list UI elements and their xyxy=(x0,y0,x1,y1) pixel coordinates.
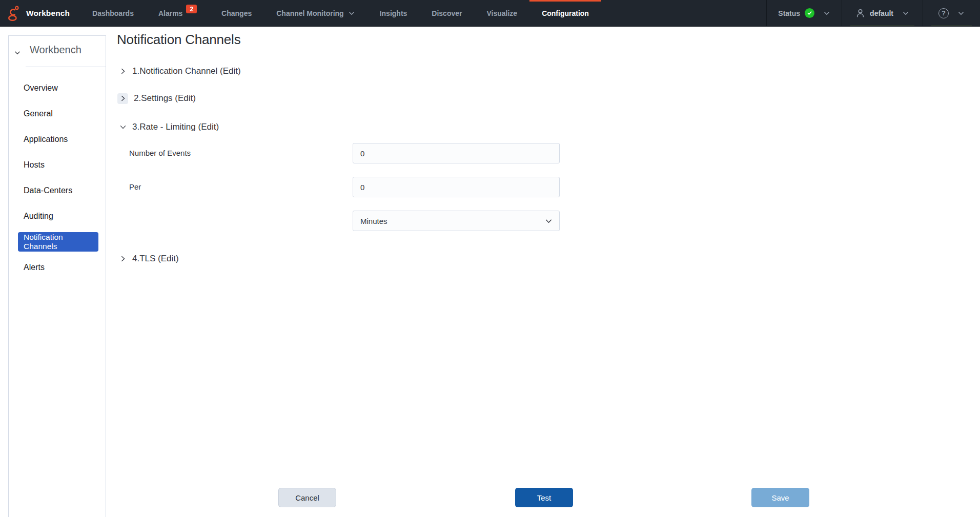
number-of-events-input[interactable] xyxy=(353,143,560,163)
sidebar-nav: Overview General Applications Hosts Data… xyxy=(9,75,106,280)
workbench-logo-icon xyxy=(7,4,21,22)
sidebar-panel: Workbench Overview General Applications … xyxy=(8,35,106,517)
status-label: Status xyxy=(778,9,800,17)
chevron-down-icon xyxy=(545,217,553,225)
selected-item-highlight: Notification Channels xyxy=(18,232,98,252)
sidebar-item-data-centers[interactable]: Data-Centers xyxy=(9,178,106,203)
help-icon: ? xyxy=(938,8,949,18)
chevron-down-icon xyxy=(902,10,909,17)
accordion-settings[interactable]: 2.Settings (Edit) xyxy=(119,92,196,105)
nav-item-discover[interactable]: Discover xyxy=(419,0,474,26)
sidebar-item-applications[interactable]: Applications xyxy=(9,127,106,152)
user-menu[interactable]: default xyxy=(842,0,923,26)
top-navbar: Workbench Dashboards Alarms 2 Changes Ch… xyxy=(0,0,980,27)
sidebar-item-overview[interactable]: Overview xyxy=(9,75,106,101)
sidebar-item-general[interactable]: General xyxy=(9,101,106,127)
accordion-rate-limiting[interactable]: 3.Rate - Limiting (Edit) xyxy=(119,121,219,133)
nav-item-dashboards[interactable]: Dashboards xyxy=(80,0,146,26)
brand-name: Workbench xyxy=(26,9,70,18)
nav-item-channel-monitoring[interactable]: Channel Monitoring xyxy=(264,0,367,26)
accordion-tls[interactable]: 4.TLS (Edit) xyxy=(119,253,179,265)
user-icon xyxy=(855,8,865,18)
alarms-count-badge: 2 xyxy=(186,5,197,13)
sidebar-header: Workbench xyxy=(9,36,106,67)
test-button[interactable]: Test xyxy=(515,488,573,507)
number-of-events-label: Number of Events xyxy=(129,149,191,157)
status-menu[interactable]: Status xyxy=(766,0,842,26)
chevron-down-icon xyxy=(823,10,830,17)
per-label: Per xyxy=(129,183,141,191)
chevron-down-icon xyxy=(348,10,355,17)
brand[interactable]: Workbench xyxy=(0,0,80,26)
accordion-notification-channel[interactable]: 1.Notification Channel (Edit) xyxy=(119,65,241,77)
per-input[interactable] xyxy=(353,177,560,197)
primary-nav: Dashboards Alarms 2 Changes Channel Moni… xyxy=(80,0,601,26)
nav-item-insights[interactable]: Insights xyxy=(368,0,420,26)
page-title: Notification Channels xyxy=(117,32,241,48)
sidebar-item-hosts[interactable]: Hosts xyxy=(9,152,106,178)
nav-item-visualize[interactable]: Visualize xyxy=(474,0,529,26)
sidebar-item-auditing[interactable]: Auditing xyxy=(9,203,106,229)
chevron-right-icon xyxy=(119,68,127,75)
chevron-right-icon xyxy=(119,255,127,262)
nav-item-configuration[interactable]: Configuration xyxy=(529,0,601,26)
cancel-button[interactable]: Cancel xyxy=(278,488,336,507)
chevron-right-icon xyxy=(117,93,128,104)
chevron-down-icon xyxy=(119,123,127,131)
sidebar-title: Workbench xyxy=(30,44,81,56)
sidebar-item-alerts[interactable]: Alerts xyxy=(9,255,106,280)
nav-item-changes[interactable]: Changes xyxy=(209,0,264,26)
sidebar-item-notification-channels[interactable]: Notification Channels xyxy=(9,229,106,255)
time-unit-value: Minutes xyxy=(360,217,387,225)
chevron-down-icon xyxy=(957,10,965,17)
nav-item-alarms[interactable]: Alarms 2 xyxy=(146,0,209,26)
help-menu[interactable]: ? xyxy=(923,0,980,26)
save-button[interactable]: Save xyxy=(751,488,809,507)
user-label: default xyxy=(870,9,893,17)
status-ok-icon xyxy=(805,8,814,18)
sidebar-divider xyxy=(26,67,106,67)
sidebar-collapse-chevron-icon[interactable] xyxy=(14,49,21,56)
navbar-right: Status default ? xyxy=(766,0,980,26)
time-unit-select[interactable]: Minutes xyxy=(353,211,560,231)
